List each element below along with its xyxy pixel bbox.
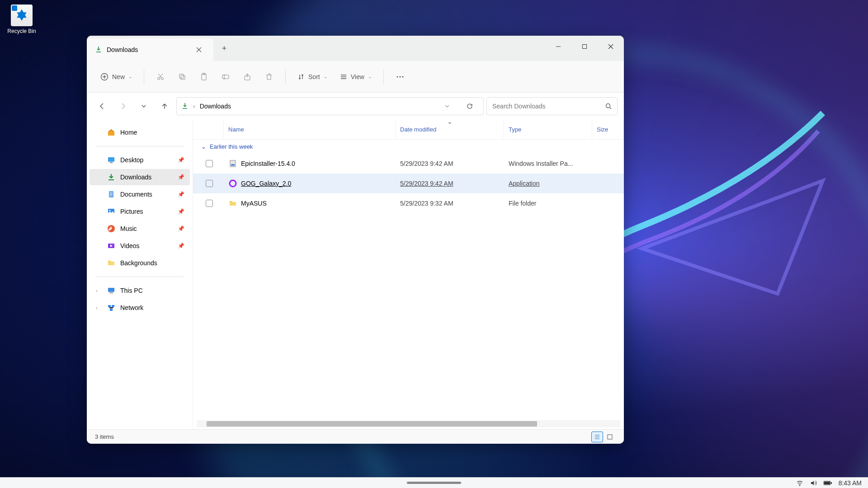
- download-icon: [181, 103, 189, 110]
- sidebar-item-videos[interactable]: Videos 📌: [90, 238, 190, 254]
- svg-point-3: [161, 77, 164, 80]
- sidebar-item-label: Home: [120, 129, 137, 136]
- search-box[interactable]: [486, 97, 618, 115]
- download-icon: [107, 173, 116, 182]
- breadcrumb-current[interactable]: Downloads: [200, 103, 231, 110]
- share-button[interactable]: [238, 68, 256, 86]
- forward-button[interactable]: [114, 97, 132, 115]
- sidebar-item-backgrounds[interactable]: Backgrounds: [90, 255, 190, 271]
- cut-button[interactable]: [151, 68, 170, 86]
- pin-icon[interactable]: 📌: [178, 225, 184, 232]
- recent-button[interactable]: [135, 97, 153, 115]
- file-row[interactable]: GOG_Galaxy_2.0 5/29/2023 9:42 AM Applica…: [193, 174, 624, 193]
- svg-point-11: [399, 76, 401, 77]
- battery-icon[interactable]: [823, 480, 832, 486]
- taskbar-handle[interactable]: [407, 482, 461, 484]
- tab-title: Downloads: [107, 46, 188, 53]
- checkbox[interactable]: [206, 160, 213, 167]
- svg-rect-4: [179, 74, 184, 78]
- file-row[interactable]: EpicInstaller-15.4.0 5/29/2023 9:42 AM W…: [193, 154, 624, 174]
- sidebar-item-label: This PC: [120, 287, 143, 294]
- sidebar-item-desktop[interactable]: Desktop 📌: [90, 152, 190, 168]
- expand-icon[interactable]: ›: [96, 305, 102, 310]
- checkbox[interactable]: [206, 180, 213, 187]
- close-tab-button[interactable]: [193, 43, 205, 56]
- volume-icon[interactable]: [810, 479, 817, 487]
- more-button[interactable]: [391, 68, 409, 86]
- new-tab-button[interactable]: +: [213, 36, 235, 61]
- clock[interactable]: 8:43 AM: [839, 479, 862, 487]
- download-icon: [95, 46, 102, 53]
- sidebar-item-pictures[interactable]: Pictures 📌: [90, 203, 190, 220]
- taskbar[interactable]: 8:43 AM: [0, 477, 868, 488]
- recycle-bin-icon[interactable]: Recycle Bin: [5, 5, 39, 34]
- sidebar-item-network[interactable]: › Network: [90, 300, 190, 316]
- column-name[interactable]: Name: [224, 120, 396, 139]
- folder-icon: [228, 199, 237, 208]
- column-headers: Name Date modified Type Size: [193, 120, 624, 140]
- horizontal-scrollbar[interactable]: [197, 420, 620, 427]
- details-view-button[interactable]: [591, 432, 603, 442]
- titlebar[interactable]: Downloads +: [87, 36, 624, 61]
- pin-icon[interactable]: 📌: [178, 174, 184, 180]
- sidebar-item-home[interactable]: Home: [90, 124, 190, 141]
- group-header[interactable]: ⌄ Earlier this week: [193, 140, 624, 154]
- pin-icon[interactable]: 📌: [178, 243, 184, 249]
- view-button[interactable]: View ⌄: [335, 70, 376, 84]
- svg-rect-14: [108, 157, 114, 162]
- search-input[interactable]: [492, 103, 605, 110]
- search-icon: [605, 103, 612, 109]
- address-dropdown-button[interactable]: [438, 97, 456, 115]
- copy-button[interactable]: [173, 68, 191, 86]
- svg-rect-32: [824, 482, 830, 484]
- sidebar-item-label: Documents: [120, 191, 152, 198]
- sidebar-item-documents[interactable]: Documents 📌: [90, 186, 190, 202]
- sidebar-item-label: Desktop: [120, 156, 143, 164]
- file-row[interactable]: MyASUS 5/29/2023 9:32 AM File folder: [193, 193, 624, 213]
- tab-downloads[interactable]: Downloads: [87, 38, 213, 61]
- sort-button[interactable]: Sort ⌄: [293, 70, 332, 84]
- chevron-down-icon: ⌄: [368, 74, 372, 79]
- chevron-down-icon: ⌄: [201, 143, 206, 150]
- up-button[interactable]: [156, 97, 174, 115]
- back-button[interactable]: [93, 97, 111, 115]
- minimize-button[interactable]: [545, 36, 571, 57]
- wifi-icon[interactable]: [796, 479, 803, 487]
- paste-button[interactable]: [195, 68, 213, 86]
- delete-button[interactable]: [260, 68, 278, 86]
- column-type[interactable]: Type: [504, 120, 592, 139]
- column-date[interactable]: Date modified: [396, 120, 504, 139]
- chevron-down-icon: ⌄: [324, 74, 327, 79]
- sidebar-item-downloads[interactable]: Downloads 📌: [90, 169, 190, 185]
- svg-rect-15: [110, 162, 113, 163]
- folder-icon: [107, 258, 116, 267]
- svg-rect-6: [202, 74, 206, 80]
- file-list: Name Date modified Type Size ⌄ Earlier t…: [193, 120, 624, 429]
- navigation-bar: › Downloads: [87, 93, 624, 120]
- pin-icon[interactable]: 📌: [178, 157, 184, 163]
- svg-point-18: [109, 210, 111, 211]
- checkbox[interactable]: [206, 200, 213, 207]
- pin-icon[interactable]: 📌: [178, 208, 184, 215]
- sidebar-item-label: Videos: [120, 242, 140, 249]
- sidebar-item-this-pc[interactable]: › This PC: [90, 282, 190, 299]
- pictures-icon: [107, 207, 116, 216]
- svg-rect-23: [108, 305, 111, 307]
- toolbar: New ⌄ Sort ⌄ View ⌄: [87, 61, 624, 93]
- refresh-button[interactable]: [461, 97, 479, 115]
- new-button[interactable]: New ⌄: [96, 69, 137, 84]
- pin-icon[interactable]: 📌: [178, 191, 184, 197]
- column-size[interactable]: Size: [592, 120, 624, 139]
- sidebar-item-music[interactable]: Music 📌: [90, 221, 190, 237]
- svg-rect-24: [112, 305, 114, 307]
- icons-view-button[interactable]: [604, 432, 616, 442]
- expand-icon[interactable]: ›: [96, 288, 102, 293]
- close-window-button[interactable]: [598, 36, 624, 57]
- column-checkbox[interactable]: [206, 120, 224, 139]
- status-bar: 3 items: [87, 429, 624, 444]
- maximize-button[interactable]: [571, 36, 598, 57]
- rename-button[interactable]: [217, 68, 235, 86]
- file-explorer-window: Downloads + New ⌄ Sort ⌄ View: [87, 36, 624, 444]
- address-bar[interactable]: › Downloads: [176, 97, 484, 115]
- svg-rect-27: [231, 164, 235, 166]
